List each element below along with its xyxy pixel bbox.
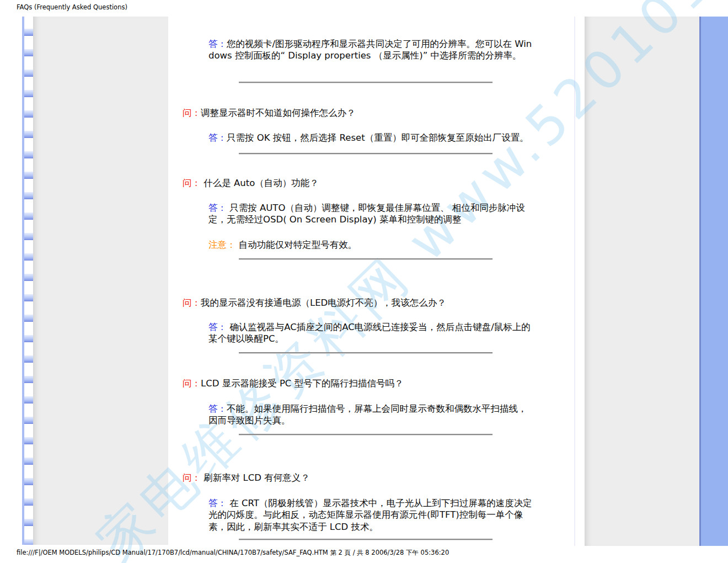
note-label: 注意： [208, 240, 236, 250]
separator [239, 352, 493, 354]
bullet-square [24, 192, 33, 199]
answer-text: 不能。如果使用隔行扫描信号，屏幕上会同时显示奇数和偶数水平扫描线，因而导致图片失… [208, 403, 527, 426]
bullet-square [24, 396, 33, 403]
answer-label: 答： [208, 403, 227, 414]
bullet-square [24, 253, 33, 261]
bullet-square [24, 478, 33, 485]
question-label: 问： [183, 108, 201, 118]
bullet-square [24, 539, 33, 545]
question-label: 问： [183, 298, 201, 308]
bullet-square [24, 131, 33, 138]
faq-answer-1: 答：您的视频卡/图形驱动程序和显示器共同决定了可用的分辨率。您可以在 Windo… [208, 38, 535, 62]
bullet-square [24, 335, 33, 342]
answer-text: 只需按 OK 按钮，然后选择 Reset（重置）即可全部恢复至原始出厂设置。 [227, 132, 529, 143]
bullet-square [24, 110, 33, 118]
faq-question-4: 问：我的显示器没有接通电源（LED电源灯不亮），我该怎么办？ [183, 297, 569, 309]
question-text: 刷新率对 LCD 有何意义？ [201, 472, 310, 483]
left-panel [33, 17, 168, 545]
answer-text: 您的视频卡/图形驱动程序和显示器共同决定了可用的分辨率。您可以在 Windows… [208, 39, 532, 61]
separator [239, 258, 493, 260]
bullet-square [24, 458, 33, 465]
question-text: LCD 显示器能接受 PC 型号下的隔行扫描信号吗？ [201, 378, 404, 389]
page-title: FAQs (Frequently Asked Questions) [17, 3, 127, 11]
right-blue-band [701, 17, 728, 546]
question-text: 调整显示器时不知道如何操作怎么办？ [201, 108, 356, 118]
bullet-square [24, 519, 33, 526]
bullet-square [24, 70, 33, 77]
question-label: 问： [183, 378, 201, 389]
bullet-square [24, 151, 33, 158]
footer-path: file:///F|/OEM MODELS/philips/CD Manual/… [17, 549, 449, 557]
faq-note-3: 注意： 自动功能仅对特定型号有效。 [208, 239, 535, 251]
faq-question-3: 问： 什么是 Auto（自动）功能？ [183, 177, 569, 189]
answer-text: 只需按 AUTO（自动）调整键，即恢复最佳屏幕位置、 相位和同步脉冲设定，无需经… [208, 203, 525, 225]
bullet-square [24, 417, 33, 424]
answer-text: 在 CRT（阴极射线管）显示器技术中，电子光从上到下扫过屏幕的速度决定光的闪烁度… [208, 498, 532, 532]
question-text: 什么是 Auto（自动）功能？ [201, 178, 319, 188]
faq-answer-2: 答：只需按 OK 按钮，然后选择 Reset（重置）即可全部恢复至原始出厂设置。 [208, 132, 535, 144]
bullet-square [24, 172, 33, 179]
bullet-square [24, 49, 33, 56]
question-label: 问： [183, 178, 201, 188]
bullet-square [24, 90, 33, 97]
note-text: 自动功能仅对特定型号有效。 [236, 240, 357, 250]
answer-text: 确认监视器与AC插座之间的AC电源线已连接妥当，然后点击键盘/鼠标上的某个键以唤… [208, 322, 531, 344]
faq-answer-5: 答：不能。如果使用隔行扫描信号，屏幕上会同时显示奇数和偶数水平扫描线，因而导致图… [208, 403, 535, 427]
faq-question-2: 问：调整显示器时不知道如何操作怎么办？ [183, 107, 569, 119]
right-panel [585, 17, 699, 546]
separator [239, 434, 493, 435]
answer-label: 答： [208, 39, 227, 49]
answer-label: 答： [208, 498, 227, 508]
separator [239, 82, 493, 83]
bullet-square [24, 437, 33, 444]
faq-answer-6: 答： 在 CRT（阴极射线管）显示器技术中，电子光从上到下扫过屏幕的速度决定光的… [208, 497, 535, 533]
faq-answer-4: 答： 确认监视器与AC插座之间的AC电源线已连接妥当，然后点击键盘/鼠标上的某个… [208, 321, 535, 345]
bullet-square [24, 376, 33, 383]
question-text: 我的显示器没有接通电源（LED电源灯不亮），我该怎么办？ [201, 298, 446, 308]
bullet-square [24, 355, 33, 363]
answer-label: 答： [208, 203, 227, 213]
separator [239, 153, 493, 155]
faq-answer-3: 答： 只需按 AUTO（自动）调整键，即恢复最佳屏幕位置、 相位和同步脉冲设定，… [208, 202, 535, 226]
faint-divider [574, 17, 575, 546]
bullet-square [24, 294, 33, 301]
left-bullet-rail [22, 17, 33, 545]
bullet-square [24, 274, 33, 281]
bullet-square [24, 233, 33, 240]
bullet-square [24, 29, 33, 36]
separator [239, 539, 493, 540]
faq-question-6: 问： 刷新率对 LCD 有何意义？ [183, 472, 569, 484]
bullet-square [24, 498, 33, 506]
faq-question-5: 问：LCD 显示器能接受 PC 型号下的隔行扫描信号吗？ [183, 378, 569, 390]
answer-label: 答： [208, 132, 227, 143]
bullet-square [24, 315, 33, 322]
answer-label: 答： [208, 322, 227, 332]
bullet-square [24, 213, 33, 220]
question-label: 问： [183, 472, 201, 483]
